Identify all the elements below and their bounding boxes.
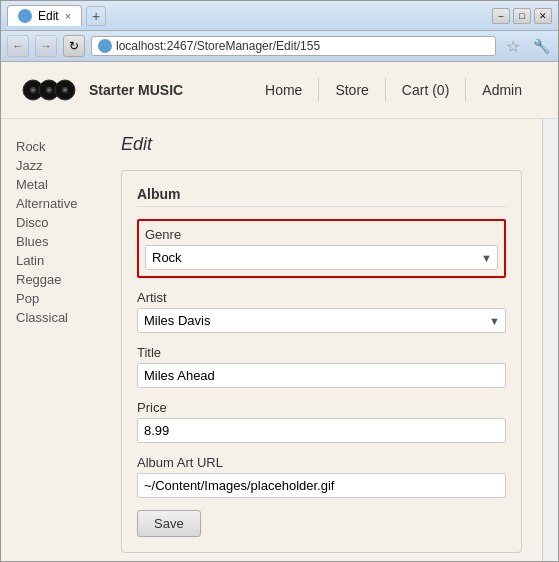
sidebar-item-disco[interactable]: Disco <box>16 215 86 230</box>
sidebar-item-latin[interactable]: Latin <box>16 253 86 268</box>
title-label: Title <box>137 345 506 360</box>
back-button[interactable]: ← <box>7 35 29 57</box>
tab-favicon <box>18 9 32 23</box>
browser-window: Edit × + – □ ✕ ← → ↻ localhost:2467/Stor… <box>0 0 559 562</box>
tab-close-button[interactable]: × <box>65 10 71 22</box>
bookmark-icon[interactable]: ☆ <box>502 35 524 57</box>
album-box-title: Album <box>137 186 506 207</box>
artist-label: Artist <box>137 290 506 305</box>
sidebar-item-classical[interactable]: Classical <box>16 310 86 325</box>
sidebar-item-blues[interactable]: Blues <box>16 234 86 249</box>
artist-select[interactable]: Miles Davis <box>137 308 506 333</box>
save-button[interactable]: Save <box>137 510 201 537</box>
nav-home[interactable]: Home <box>249 78 318 102</box>
genre-label: Genre <box>145 227 498 242</box>
window-controls: – □ ✕ <box>492 8 552 24</box>
address-bar[interactable]: localhost:2467/StoreManager/Edit/155 <box>91 36 496 56</box>
page-content: Starter MUSIC Home Store Cart (0) Admin … <box>1 62 558 561</box>
artist-group: Artist Miles Davis ▼ <box>137 290 506 333</box>
page-title: Edit <box>121 134 522 155</box>
sidebar-item-alternative[interactable]: Alternative <box>16 196 86 211</box>
address-text: localhost:2467/StoreManager/Edit/155 <box>116 39 489 53</box>
tab-title: Edit <box>38 9 59 23</box>
genre-select-wrapper: Rock ▼ <box>145 245 498 270</box>
scrollbar[interactable] <box>542 119 558 561</box>
nav-admin[interactable]: Admin <box>465 78 538 102</box>
svg-point-2 <box>32 89 34 91</box>
sidebar: Rock Jazz Metal Alternative Disco Blues … <box>1 119 101 561</box>
title-input[interactable] <box>137 363 506 388</box>
close-button[interactable]: ✕ <box>534 8 552 24</box>
logo-text: Starter MUSIC <box>89 82 183 98</box>
album-form-box: Album Genre Rock ▼ <box>121 170 522 553</box>
logo-icon <box>21 70 81 110</box>
refresh-button[interactable]: ↻ <box>63 35 85 57</box>
maximize-button[interactable]: □ <box>513 8 531 24</box>
sidebar-item-pop[interactable]: Pop <box>16 291 86 306</box>
album-art-label: Album Art URL <box>137 455 506 470</box>
sidebar-item-jazz[interactable]: Jazz <box>16 158 86 173</box>
titlebar: Edit × + – □ ✕ <box>1 1 558 31</box>
svg-point-5 <box>48 89 50 91</box>
sidebar-item-metal[interactable]: Metal <box>16 177 86 192</box>
artist-select-wrapper: Miles Davis ▼ <box>137 308 506 333</box>
sidebar-item-reggae[interactable]: Reggae <box>16 272 86 287</box>
nav-links: Home Store Cart (0) Admin <box>249 78 538 102</box>
sidebar-item-rock[interactable]: Rock <box>16 139 86 154</box>
site-header: Starter MUSIC Home Store Cart (0) Admin <box>1 62 558 119</box>
active-tab[interactable]: Edit × <box>7 5 82 26</box>
addressbar: ← → ↻ localhost:2467/StoreManager/Edit/1… <box>1 31 558 62</box>
settings-icon[interactable]: 🔧 <box>530 35 552 57</box>
main-area: Edit Album Genre Rock ▼ <box>101 119 542 561</box>
new-tab-button[interactable]: + <box>86 6 106 26</box>
genre-select[interactable]: Rock <box>145 245 498 270</box>
genre-group: Genre Rock ▼ <box>137 219 506 278</box>
price-group: Price <box>137 400 506 443</box>
nav-store[interactable]: Store <box>318 78 384 102</box>
title-group: Title <box>137 345 506 388</box>
security-icon <box>98 39 112 53</box>
album-art-input[interactable] <box>137 473 506 498</box>
album-art-group: Album Art URL <box>137 455 506 498</box>
minimize-button[interactable]: – <box>492 8 510 24</box>
svg-point-8 <box>64 89 66 91</box>
forward-button[interactable]: → <box>35 35 57 57</box>
price-label: Price <box>137 400 506 415</box>
price-input[interactable] <box>137 418 506 443</box>
nav-cart[interactable]: Cart (0) <box>385 78 465 102</box>
logo-area: Starter MUSIC <box>21 70 183 110</box>
